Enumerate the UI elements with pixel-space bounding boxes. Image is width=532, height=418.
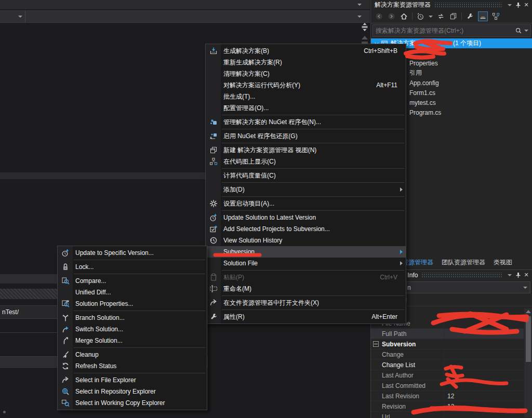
menu-item-run-code-analysis[interactable]: 对解决方案运行代码分析(Y) Alt+F11 [206, 79, 406, 91]
back-icon[interactable] [375, 12, 383, 21]
grid-row-last-author[interactable]: Last Author [371, 370, 524, 381]
build-icon [206, 47, 221, 55]
scrollbar-thumb[interactable] [526, 316, 531, 362]
menu-item-branch-solution[interactable]: Branch Solution... [58, 312, 207, 323]
search-icon[interactable] [515, 27, 522, 34]
switch-views-icon[interactable] [491, 12, 500, 21]
menu-item-switch-solution[interactable]: Switch Solution... [58, 323, 207, 335]
editor-navigation-bar [0, 10, 370, 23]
chevron-down-icon[interactable] [524, 30, 528, 32]
tab-class-view[interactable]: 类视图 [490, 257, 516, 268]
show-all-files-icon[interactable] [478, 11, 488, 21]
refresh-icon [58, 362, 73, 370]
toolbar-separator [461, 12, 462, 20]
menu-item-lock[interactable]: Lock... [58, 261, 207, 273]
submenu-arrow-icon [397, 250, 403, 254]
home-icon[interactable] [400, 12, 408, 21]
menu-item-set-startup-projects[interactable]: 设置启动项目(A)... [206, 198, 406, 209]
menu-item-rename[interactable]: 重命名(M) [206, 283, 406, 294]
tab-team-explorer[interactable]: 团队资源管理器 [438, 257, 489, 268]
property-name: Subversion [382, 341, 416, 348]
property-value [444, 349, 524, 359]
solution-props-icon [58, 300, 73, 308]
repo-explorer-icon [58, 387, 73, 396]
menu-item-select-in-working-copy-explorer[interactable]: Select in Working Copy Explorer [58, 397, 207, 409]
menu-item-add[interactable]: 添加(D) [206, 184, 406, 195]
chevron-down-icon [18, 16, 22, 18]
menu-item-new-solution-explorer-view[interactable]: 新建 解决方案资源管理器 视图(N) [206, 144, 406, 156]
menu-item-unified-diff[interactable]: Unified Diff... [58, 287, 207, 298]
nuget-icon [206, 118, 221, 126]
menu-separator [222, 309, 404, 310]
submenu-arrow-icon [397, 261, 403, 265]
grid-row-last-committed[interactable]: Last Committed [371, 381, 524, 391]
menu-item-merge-solution[interactable]: Merge Solution... [58, 335, 207, 346]
menu-item-view-solution-history[interactable]: View Solution History [206, 235, 406, 246]
scrollbar-up-arrow[interactable] [362, 36, 368, 39]
grid-row-change[interactable]: Change [371, 349, 524, 360]
menu-item-calculate-code-metrics[interactable]: 计算代码度量值(C) [206, 170, 406, 181]
grid-scrollbar[interactable] [524, 308, 532, 417]
menu-item-solution-file[interactable]: Solution File [206, 258, 406, 269]
switch-icon [58, 325, 73, 333]
menu-item-paste[interactable]: 粘贴(P) Ctrl+V [206, 272, 406, 283]
close-icon[interactable]: ✕ [522, 271, 530, 279]
properties-wrench-icon[interactable] [466, 12, 474, 21]
menu-item-solution-properties[interactable]: Solution Properties... [58, 298, 207, 309]
chevron-down-icon[interactable] [429, 16, 433, 18]
wrench-icon [206, 313, 221, 321]
search-box[interactable] [373, 24, 531, 37]
window-position-menu-button[interactable] [506, 271, 514, 279]
lock-icon [58, 263, 73, 271]
menu-separator [74, 260, 205, 260]
menu-item-show-on-code-map[interactable]: 在代码图上显示(C) [206, 156, 406, 167]
grid-row-change-list[interactable]: Change List [371, 360, 524, 370]
menu-separator [74, 274, 205, 274]
grid-row-subversion-section[interactable]: Subversion [371, 339, 524, 349]
search-input[interactable] [373, 27, 515, 34]
property-name: Revision [382, 403, 406, 410]
menu-item-add-projects-to-subversion[interactable]: Add Selected Projects to Subversion... [206, 223, 406, 235]
grid-row-full-path[interactable]: Full Path [371, 329, 524, 339]
menu-item-subversion[interactable]: Subversion [206, 246, 406, 258]
menu-item-clean-solution[interactable]: 清理解决方案(C) [206, 68, 406, 79]
menu-item-select-in-file-explorer[interactable]: Select in File Explorer [58, 374, 207, 386]
svn-add-icon [206, 225, 221, 233]
menu-item-refresh-status[interactable]: Refresh Status [58, 360, 207, 372]
close-icon[interactable]: ✕ [522, 1, 530, 9]
pin-icon[interactable] [514, 271, 522, 279]
preview-icon[interactable] [449, 12, 458, 21]
collapse-expander-icon[interactable] [373, 341, 379, 347]
menu-separator [222, 210, 404, 211]
chevron-down-icon[interactable] [357, 4, 362, 6]
splitter-grip-icon[interactable] [361, 23, 369, 31]
menu-item-manage-nuget[interactable]: 管理解决方案的 NuGet 程序包(N)... [206, 116, 406, 128]
sync-icon[interactable] [436, 12, 445, 21]
menu-item-batch-build[interactable]: 批生成(T)... [206, 91, 406, 102]
menu-item-build-solution[interactable]: 生成解决方案(B) Ctrl+Shift+B [206, 45, 406, 57]
solution-explorer-title-bar[interactable]: 解决方案资源管理器 ✕ [371, 0, 532, 10]
grid-row-url[interactable]: Url [371, 412, 524, 418]
forward-icon[interactable] [387, 12, 396, 21]
scrollbar-up-arrow[interactable] [526, 310, 531, 313]
menu-item-enable-nuget-restore[interactable]: 启用 NuGet 程序包还原(G) [206, 130, 406, 142]
chevron-down-icon[interactable] [357, 16, 362, 18]
window-position-menu-button[interactable] [506, 1, 514, 9]
submenu-arrow-icon [397, 187, 403, 192]
editor-nav-dropdown[interactable] [0, 11, 25, 22]
title-drag-texture [434, 3, 502, 7]
menu-item-cleanup[interactable]: Cleanup [58, 349, 207, 360]
menu-item-update-to-specific-version[interactable]: Update to Specific Version... [58, 247, 207, 259]
menu-item-update-solution-latest[interactable]: Update Solution to Latest Version [206, 212, 406, 223]
menu-item-rebuild-solution[interactable]: 重新生成解决方案(R) [206, 57, 406, 68]
menu-item-properties[interactable]: 属性(R) Alt+Enter [206, 311, 406, 322]
menu-item-select-in-repository-explorer[interactable]: Select in Repository Explorer [58, 386, 207, 397]
grid-row-revision[interactable]: Revision 12 [371, 401, 524, 412]
menu-item-open-folder-in-file-explorer[interactable]: 在文件资源管理器中打开文件夹(X) [206, 297, 406, 308]
grid-row-last-revision[interactable]: Last Revision 12 [371, 391, 524, 401]
pending-changes-icon[interactable] [416, 12, 425, 21]
pin-icon[interactable] [514, 1, 522, 9]
menu-item-compare[interactable]: Compare... [58, 275, 207, 287]
menu-item-configuration-manager[interactable]: 配置管理器(O)... [206, 102, 406, 114]
new-view-icon [206, 146, 221, 154]
